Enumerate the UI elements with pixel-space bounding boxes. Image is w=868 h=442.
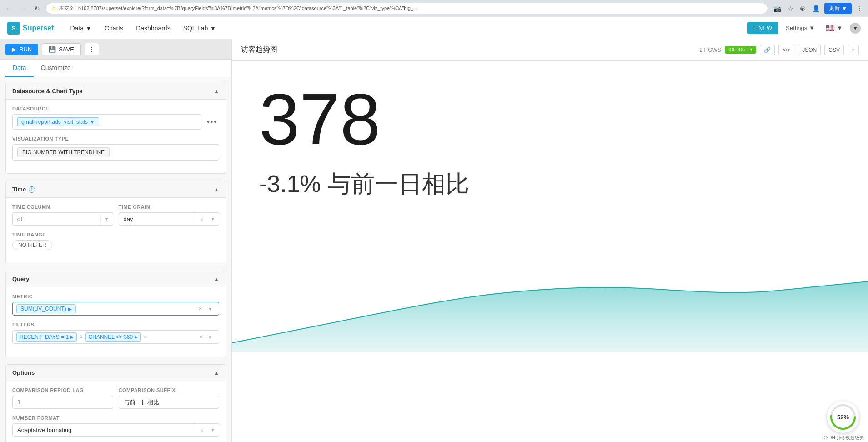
reload-button[interactable]: ↻	[33, 4, 42, 13]
metric-label: METRIC	[12, 294, 219, 299]
comparison-lag-label: COMPARISON PERIOD LAG	[12, 387, 113, 393]
time-grain-label: TIME GRAIN	[119, 204, 220, 210]
new-label: + NEW	[753, 25, 773, 31]
settings-button[interactable]: Settings ▼	[782, 22, 818, 34]
time-range-tag[interactable]: NO FILTER	[12, 240, 52, 250]
query-section-header[interactable]: Query ▲	[6, 271, 226, 287]
time-column-arrow-icon[interactable]: ▼	[101, 214, 113, 224]
options-section: Options ▲ COMPARISON PERIOD LAG COMPARIS…	[5, 364, 226, 442]
comparison-fields-row: COMPARISON PERIOD LAG COMPARISON SUFFIX	[12, 387, 219, 415]
nav-data[interactable]: Data ▼	[65, 22, 97, 35]
time-info-icon: i	[29, 186, 35, 193]
comparison-suffix-input[interactable]	[119, 396, 220, 409]
language-button[interactable]: 🇺🇸 ▼	[822, 21, 846, 35]
kebab-button[interactable]: ⋮	[85, 43, 99, 55]
run-label: RUN	[19, 46, 32, 53]
time-grain-value: day	[119, 213, 196, 225]
flag-icon: 🇺🇸	[826, 24, 835, 32]
query-section-body: METRIC SUM(UV_COUNT) ▶ × ▼	[6, 287, 226, 357]
app-navbar: S Superset Data ▼ Charts Dashboards SQL …	[0, 17, 868, 39]
metric-tag: SUM(UV_COUNT) ▶	[16, 304, 76, 313]
link-button[interactable]: 🔗	[760, 45, 775, 55]
filter1-arrow-icon: ▶	[70, 335, 74, 339]
metric-arrow-icon[interactable]: ▼	[205, 306, 215, 312]
save-label: SAVE	[59, 46, 74, 53]
nav-sql-lab[interactable]: SQL Lab ▼	[178, 22, 222, 35]
update-label: 更新	[829, 5, 840, 12]
comparison-text: -3.1% 与前一日相比	[259, 168, 841, 200]
trend-area	[232, 281, 868, 352]
metric-select[interactable]: SUM(UV_COUNT) ▶ × ▼	[12, 302, 219, 316]
chart-title: 访客趋势图	[241, 45, 277, 55]
datasource-dots-button[interactable]: •••	[205, 117, 219, 127]
watermark-source: CSDN @今夜超级美	[822, 435, 863, 441]
tab-data[interactable]: Data	[5, 60, 34, 77]
comparison-lag-input[interactable]	[12, 396, 113, 409]
code-button[interactable]: </>	[778, 45, 794, 55]
bookmark-button[interactable]: ☆	[786, 4, 795, 13]
user-chevron-icon: ▼	[853, 25, 858, 31]
trend-chart-area	[232, 261, 868, 442]
filters-arrow-icon[interactable]: ▼	[205, 334, 215, 341]
json-label: JSON	[802, 47, 817, 53]
screenshot-button[interactable]: 📷	[772, 4, 783, 13]
time-section-header[interactable]: Time i ▲	[6, 181, 226, 198]
nav-items: Data ▼ Charts Dashboards SQL Lab ▼	[65, 22, 747, 35]
number-format-select[interactable]: Adaptative formating × ▼	[12, 423, 219, 437]
time-range-label: TIME RANGE	[12, 232, 219, 237]
metric-clear-icon[interactable]: ×	[196, 305, 205, 313]
filters-clear-icon[interactable]: ×	[197, 334, 205, 341]
main-layout: ▶ RUN 💾 SAVE ⋮ Data Customize	[0, 39, 868, 442]
filters-row[interactable]: RECENT_DAYS = 1 ▶ × CHANNEL <> 360 ▶ ×	[12, 330, 219, 344]
more-button[interactable]: ≡	[848, 45, 859, 55]
run-button[interactable]: ▶ RUN	[5, 44, 38, 55]
json-button[interactable]: JSON	[798, 45, 821, 55]
menu-button[interactable]: ⋮	[854, 4, 864, 13]
url-bar[interactable]: ⚠ 不安全 | h102:8787/superset/explore/?form…	[45, 3, 768, 14]
time-column-value: dt	[13, 213, 100, 225]
filters-label: FILTERS	[12, 322, 219, 327]
sql-chevron-icon: ▼	[210, 25, 216, 32]
datasource-select[interactable]: gmall-report.ads_visit_stats ▼	[12, 114, 201, 130]
update-button[interactable]: 更新 ▼	[824, 3, 852, 14]
filters-controls: × ▼	[197, 334, 215, 341]
number-format-label: NUMBER FORMAT	[12, 415, 219, 421]
save-button[interactable]: 💾 SAVE	[42, 43, 81, 55]
user-avatar[interactable]: ▼	[850, 23, 861, 34]
time-grain-arrow-icon[interactable]: ▼	[207, 214, 219, 224]
comparison-suffix-field: COMPARISON SUFFIX	[119, 387, 220, 409]
viz-type-select[interactable]: BIG NUMBER WITH TRENDLINE	[12, 144, 219, 161]
app-logo[interactable]: S Superset	[7, 22, 54, 35]
toolbar: ▶ RUN 💾 SAVE ⋮	[0, 39, 231, 60]
security-icon: ⚠	[51, 5, 56, 12]
options-section-header[interactable]: Options ▲	[6, 365, 226, 381]
filter2-remove-icon[interactable]: ×	[144, 334, 146, 340]
nav-charts[interactable]: Charts	[99, 22, 129, 35]
number-format-clear-icon[interactable]: ×	[196, 424, 207, 436]
tab-customize[interactable]: Customize	[34, 60, 78, 77]
nav-dashboards[interactable]: Dashboards	[130, 22, 176, 35]
csv-button[interactable]: CSV	[824, 45, 844, 55]
nav-right: + NEW Settings ▼ 🇺🇸 ▼ ▼	[747, 21, 861, 35]
datasource-section-header[interactable]: Datasource & Chart Type ▲	[6, 83, 226, 100]
back-button[interactable]: ←	[4, 4, 15, 14]
viz-type-tag: BIG NUMBER WITH TRENDLINE	[17, 147, 110, 157]
extensions-button[interactable]: ☯	[798, 4, 808, 13]
time-grain-clear-icon[interactable]: ×	[196, 213, 207, 225]
panel-content[interactable]: Datasource & Chart Type ▲ DATASOURCE gma…	[0, 77, 231, 442]
profile-button[interactable]: 👤	[810, 4, 822, 13]
time-range-field: TIME RANGE NO FILTER	[12, 232, 219, 250]
time-section: Time i ▲ TIME COLUMN dt	[5, 181, 226, 263]
time-grain-select[interactable]: day × ▼	[119, 212, 220, 226]
forward-button[interactable]: →	[18, 4, 29, 14]
time-column-select[interactable]: dt ▼	[12, 212, 113, 226]
time-section-title: Time	[12, 186, 26, 193]
datasource-field: DATASOURCE gmall-report.ads_visit_stats …	[12, 106, 219, 130]
kebab-icon: ⋮	[89, 45, 95, 53]
datasource-chevron-icon: ▼	[90, 119, 95, 125]
browser-actions: 📷 ☆ ☯ 👤 更新 ▼ ⋮	[772, 3, 864, 14]
filter1-remove-icon[interactable]: ×	[80, 334, 82, 340]
number-format-arrow-icon[interactable]: ▼	[207, 425, 219, 435]
lang-chevron-icon: ▼	[837, 25, 843, 31]
new-button[interactable]: + NEW	[747, 22, 779, 34]
